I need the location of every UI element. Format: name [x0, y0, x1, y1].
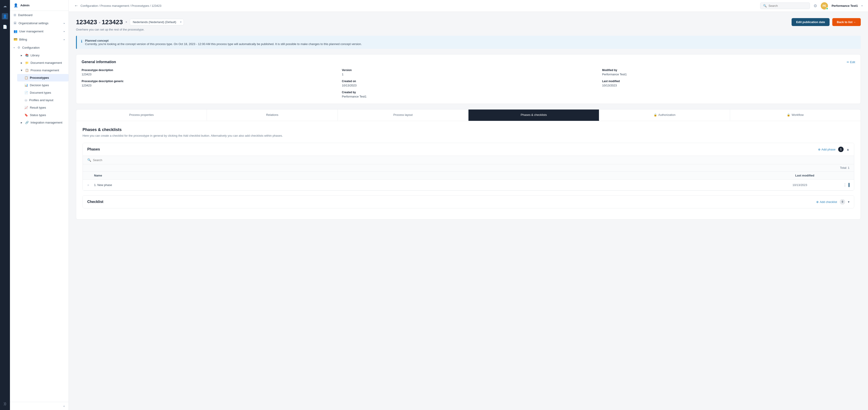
chevron-right-icon: ▸ [21, 54, 22, 57]
tab-content-title: Phases & checklists [83, 127, 854, 132]
row-menu-button[interactable]: ⋮ [838, 183, 847, 187]
phases-total: Total: 1 [83, 164, 854, 172]
plus-icon: ⊕ [816, 200, 819, 204]
phases-count-badge: 1 [838, 147, 844, 152]
sidebar-item-label: Configuration [22, 46, 39, 49]
checklist-header: Checklist ⊕ Add checklist 0 ▾ [83, 196, 854, 208]
sidebar-item-profiles-layout[interactable]: 🗂 Profiles and layout [17, 96, 68, 104]
add-phase-link[interactable]: ⊕ Add phase [818, 148, 835, 151]
phase-name: 1. New phase [94, 183, 793, 187]
chevron-right-icon: ▸ [64, 30, 65, 33]
tab-workflow[interactable]: 🔒 Workflow [730, 110, 861, 121]
general-info-title: General information [82, 60, 116, 64]
edit-link[interactable]: ✏ Edit [847, 60, 855, 64]
sidebar-item-user-management[interactable]: 👥 User management ▸ [10, 27, 68, 35]
sidebar-item-decision-types[interactable]: 📊 Decision types [17, 82, 68, 89]
checklist-actions: ⊕ Add checklist 0 ▾ [816, 199, 849, 205]
back-button[interactable]: ← [74, 3, 78, 8]
info-grid: Processtype description 123423 Version 1… [82, 68, 855, 98]
field-value: Performance Test1 [602, 72, 855, 76]
field-label: Modified by [602, 68, 855, 72]
field-version: Version 1 [342, 68, 595, 76]
sidebar-item-document-types[interactable]: 📄 Document types [17, 89, 68, 96]
sidebar-item-result-types[interactable]: 📈 Result types [17, 104, 68, 111]
sidebar-item-org-settings[interactable]: 🏛 Organizational settings ▸ [10, 19, 68, 27]
search-input[interactable] [769, 4, 807, 7]
checklist-toggle-icon[interactable]: ▾ [848, 200, 849, 204]
sidebar-item-process-management[interactable]: ▾ 📋 Process management [13, 66, 68, 74]
doc-mgmt-icon: 📁 [25, 61, 29, 64]
sidebar-item-integration-management[interactable]: ▸ 🔗 Integration management [13, 119, 68, 126]
user-chevron-icon[interactable]: ▾ [862, 4, 863, 7]
language-dropdown[interactable]: Nederlands (Nederland) (Default) [130, 19, 184, 25]
sidebar: 👤 Admin ⊞ Dashboard 🏛 Organizational set… [10, 0, 69, 410]
phases-table: Name Last modified ≡ 1. New phase 10/13/… [83, 172, 854, 191]
field-modified-by: Modified by Performance Test1 [602, 68, 855, 76]
sidebar-item-status-types[interactable]: 🔖 Status types [17, 111, 68, 119]
sidebar-item-label: Result types [30, 106, 46, 109]
sidebar-item-dashboard[interactable]: ⊞ Dashboard [10, 11, 68, 19]
tab-process-properties[interactable]: Process properties [76, 110, 207, 121]
sidebar-item-label: Library [31, 54, 39, 57]
sidebar-item-label: Process management [31, 68, 59, 72]
sidebar-item-processtypes[interactable]: 📋 Processtypes [17, 74, 68, 82]
tab-phases-checklists[interactable]: Phases & checklists [468, 110, 599, 121]
sidebar-item-document-management[interactable]: ▸ 📁 Document management [13, 59, 68, 66]
phases-toggle-icon[interactable]: ▲ [846, 148, 849, 151]
edit-publication-date-button[interactable]: Edit publication date [792, 18, 830, 26]
phases-search-input[interactable] [93, 158, 849, 162]
banner-description: Currently, you're looking at the concept… [85, 42, 362, 46]
expand-icon[interactable]: ⟩⟩ [2, 401, 8, 407]
tab-process-layout[interactable]: Process layout [338, 110, 468, 121]
document-icon[interactable]: 📄 [2, 24, 8, 30]
info-banner: ℹ Planned concept Currently, you're look… [76, 36, 861, 49]
field-processtype-description: Processtype description 123423 [82, 68, 335, 76]
drag-handle-icon[interactable]: ≡ [87, 183, 89, 187]
library-icon: 📚 [25, 54, 29, 57]
phases-title: Phases [87, 147, 100, 151]
sidebar-item-billing[interactable]: 💳 Billing ▸ [10, 35, 68, 43]
tab-authorization[interactable]: 🔒 Authorization [599, 110, 730, 121]
search-icon: 🔍 [87, 158, 91, 162]
col-name-header: Name [94, 174, 795, 177]
page-title: 123423 • 123423 [76, 19, 123, 26]
general-info-card: General information ✏ Edit Processtype d… [76, 54, 861, 104]
online-badge [826, 7, 828, 10]
language-selector[interactable]: Nederlands (Nederland) (Default) ▾ [130, 19, 184, 25]
user-icon[interactable]: 👤 [2, 13, 8, 20]
billing-icon: 💳 [13, 37, 18, 41]
org-icon: 🏛 [13, 21, 17, 25]
field-value: 123423 [82, 72, 335, 76]
profiles-icon: 🗂 [24, 98, 27, 102]
sidebar-collapse-button[interactable]: « [10, 402, 68, 410]
back-to-list-button[interactable]: Back to list ← [832, 18, 861, 26]
field-value: 123423 [82, 84, 335, 87]
chevron-right-icon: ▸ [64, 38, 65, 41]
title-dot: • [125, 20, 127, 25]
table-row: ≡ 1. New phase 10/13/2023 ⋮ [83, 180, 854, 191]
checklist-section: Checklist ⊕ Add checklist 0 ▾ [83, 195, 854, 208]
lock-icon: 🔒 [787, 113, 790, 117]
sidebar-item-label: Status types [30, 113, 46, 117]
table-header: Name Last modified [83, 172, 854, 180]
tab-label: Workflow [792, 113, 804, 117]
title-separator: • [99, 20, 102, 25]
collapse-icon: « [63, 404, 65, 408]
lock-icon: 🔒 [654, 113, 657, 117]
field-label: Processtype description [82, 68, 335, 72]
settings-icon[interactable]: ⚙ [813, 3, 817, 8]
add-checklist-link[interactable]: ⊕ Add checklist [816, 200, 837, 204]
sidebar-item-label: Profiles and layout [29, 98, 53, 102]
cloud-icon[interactable]: ☁ [2, 3, 8, 9]
page-subtitle: Overhere you can set up the rest of the … [76, 28, 861, 31]
tab-label: Process properties [129, 113, 154, 117]
row-bar [848, 183, 849, 187]
page-title-row: 123423 • 123423 • Nederlands (Nederland)… [76, 18, 861, 26]
sidebar-item-configuration[interactable]: ▾ ⚙ Configuration [10, 43, 68, 52]
result-icon: 📈 [24, 106, 28, 109]
doc-types-icon: 📄 [24, 91, 28, 94]
sidebar-item-library[interactable]: ▸ 📚 Library [13, 52, 68, 59]
info-card-header: General information ✏ Edit [82, 60, 855, 64]
tab-relations[interactable]: Relations [207, 110, 338, 121]
page-actions: Edit publication date Back to list ← [792, 18, 861, 26]
